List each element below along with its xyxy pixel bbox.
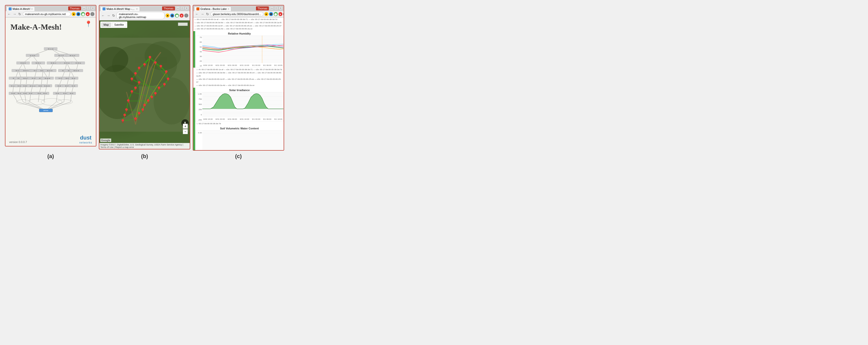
minimize-btn-c[interactable]: — [270, 6, 274, 10]
ext-icon-2b[interactable]: ⬤ [175, 13, 179, 18]
grafana-legend-mid: — rh: 00-17-0d-00-00-60-1e-af — s3x: 00-… [195, 68, 284, 88]
reload-btn-b[interactable]: ↻ [112, 13, 116, 18]
legend-line-1: — 00-17-0d-00-00-60-1e-af — s3x: 00-17-0… [194, 18, 277, 21]
chart2-row: Solar Irradiance 1.0K 750 500 250 0 -250 [193, 88, 284, 126]
svg-text:35-01: 35-01 [63, 93, 67, 94]
map-type-satellite-btn[interactable]: Satellite [112, 23, 126, 27]
reload-btn-c[interactable]: ↻ [206, 12, 210, 16]
user-badge-b: Thomas [162, 6, 175, 10]
zoom-in-btn[interactable]: + [183, 124, 188, 129]
main-container: Make-A-Mesh! × Thomas — □ × ← → ↻ makeam… [5, 5, 284, 151]
map-zoom-controls: + − [183, 124, 188, 134]
chart2-side-bar [193, 88, 195, 126]
back-btn-b[interactable]: ← [101, 13, 105, 18]
legend-line-4: — s3x: 00-17-0d-00-00-60-2a-4d — s3x: 00… [194, 28, 252, 30]
svg-point-209 [154, 92, 157, 94]
ext-icon-1c[interactable]: ⬛ [269, 12, 273, 16]
mid-legend-line-4: — s3x: 00-17-0d-00-00-60-2a-4d — s3x: 00… [196, 84, 254, 87]
tab-c[interactable]: Grafana - Bucks Lake × [194, 6, 231, 11]
svg-point-233 [134, 87, 137, 89]
minimize-btn-a[interactable]: — [82, 6, 86, 10]
tab-a[interactable]: Make-A-Mesh! × [6, 6, 35, 11]
chart4-main: Soil Volumetric Water Content 0.30 [195, 126, 284, 150]
ext-icon-3a[interactable]: ● [86, 12, 90, 16]
minimize-btn-b[interactable]: — [176, 6, 180, 10]
menu-icon-a[interactable]: ⋮ [90, 12, 94, 16]
reload-btn-a[interactable]: ↻ [18, 12, 22, 16]
chart1-main: Relative Humidity 70 60 50 40 30 20 10 [195, 31, 284, 68]
chart4-row: Soil Volumetric Water Content 0.30 [193, 126, 284, 150]
svg-point-207 [158, 87, 160, 89]
close-tab-c[interactable]: × [227, 8, 229, 10]
tab-bar-b: Make-A-Mesh! Map - 3D... × Thomas — □ × [99, 5, 190, 11]
svg-point-225 [138, 67, 141, 69]
ext-icon-1b[interactable]: ⬛ [170, 13, 174, 18]
back-btn-a[interactable]: ← [7, 12, 11, 16]
chart1-svg [203, 36, 283, 63]
svg-text:00-1a-af: 00-1a-af [70, 55, 75, 56]
svg-point-241 [123, 114, 126, 116]
svg-point-221 [134, 117, 137, 120]
svg-point-197 [154, 61, 157, 64]
svg-point-217 [142, 108, 144, 111]
url-box-a[interactable]: makeamesh.eu-gb.mybluemix.net [23, 12, 71, 16]
label-a-col: (a) [5, 153, 96, 160]
mid-legend-line-1: — rh: 00-17-0d-00-00-60-1e-af — s3x: 00-… [196, 68, 282, 71]
ext-icon-3c[interactable]: ● [278, 12, 282, 16]
svg-text:35-0f: 35-0f [37, 93, 41, 94]
forward-btn-a[interactable]: → [12, 12, 17, 16]
svg-point-231 [138, 81, 141, 84]
tab-b[interactable]: Make-A-Mesh! Map - 3D... × [100, 6, 140, 11]
svg-point-54 [28, 99, 45, 105]
star-icon-b[interactable]: ★ [165, 13, 169, 18]
svg-text:60-2a-ce: 60-2a-ce [30, 86, 35, 87]
network-svg: 60-ca-e6 35-1d-01 40-17-47 00-1a-af 35-0… [8, 34, 93, 128]
forward-btn-c[interactable]: → [200, 12, 205, 16]
close-btn-a[interactable]: × [91, 6, 95, 10]
favicon-a [9, 7, 11, 10]
close-tab-b[interactable]: × [136, 8, 137, 10]
chart3-inner [203, 92, 283, 117]
map-type-map-btn[interactable]: Map [101, 23, 111, 27]
star-icon-a[interactable]: ★ [72, 12, 75, 16]
svg-point-239 [125, 108, 128, 111]
url-box-c[interactable]: glaser.berkeley.edu:3000/dashboard/d... [211, 12, 264, 16]
version-text: version 0.0.0.7 [9, 140, 27, 144]
window-controls-b: — □ × [176, 6, 189, 10]
address-bar-b: ← → ↻ makeamesh.eu-gb.mybluemix.net/map … [99, 11, 190, 20]
close-btn-b[interactable]: × [185, 6, 189, 10]
favicon-b [102, 7, 105, 10]
svg-text:40-25-ee: 40-25-ee [64, 62, 69, 64]
zoom-out-btn[interactable]: − [183, 129, 188, 134]
ext-icon-1a[interactable]: ⬛ [76, 12, 80, 16]
user-badge-c: Thomas [256, 6, 269, 10]
close-btn-c[interactable]: × [279, 6, 283, 10]
google-logo: Google [100, 138, 111, 142]
chart1-title: Relative Humidity [195, 32, 284, 35]
chart4-area: 0.30 [195, 130, 284, 150]
maximize-btn-c[interactable]: □ [274, 6, 278, 10]
menu-icon-c[interactable]: ⋮ [283, 12, 284, 16]
scale-bar [178, 23, 188, 26]
maximize-btn-b[interactable]: □ [180, 6, 184, 10]
ext-icon-2c[interactable]: ⬤ [274, 12, 278, 16]
svg-text:50-4a: 50-4a [72, 78, 75, 79]
browser-chrome-c: Grafana - Bucks Lake × Thomas — □ × ← → … [193, 5, 284, 18]
menu-icon-b[interactable]: ⋮ [184, 13, 188, 18]
maximize-btn-a[interactable]: □ [87, 6, 90, 10]
ext-icon-2a[interactable]: ⬤ [81, 12, 85, 16]
url-box-b[interactable]: makeamesh.eu-gb.mybluemix.net/map [117, 12, 164, 19]
label-b: (b) [141, 153, 148, 159]
svg-point-203 [167, 77, 169, 80]
svg-point-229 [131, 77, 133, 80]
close-tab-a[interactable]: × [31, 8, 33, 10]
panel-a-content: 📍 Make-A-Mesh! [5, 18, 96, 146]
svg-text:55-0b-10: 55-0b-10 [44, 86, 50, 87]
label-a: (a) [48, 153, 54, 159]
svg-point-56 [57, 99, 73, 104]
star-icon-c[interactable]: ★ [265, 12, 268, 16]
svg-text:00-0c-e4: 00-0c-e4 [74, 70, 79, 71]
forward-btn-b[interactable]: → [106, 13, 111, 18]
back-btn-c[interactable]: ← [195, 12, 199, 16]
ext-icon-3b[interactable]: ● [180, 13, 184, 18]
